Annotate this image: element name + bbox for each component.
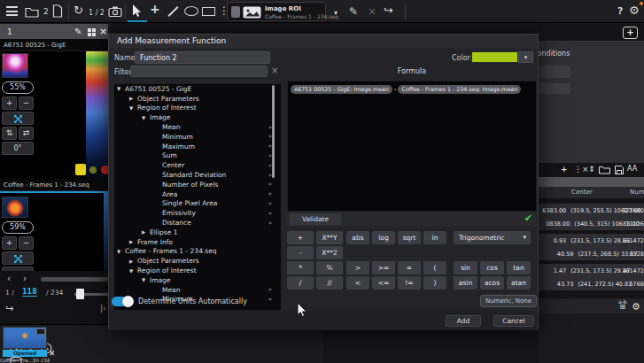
keypad-button[interactable]: acos xyxy=(480,276,504,290)
add-measurement-icon[interactable]: + xyxy=(561,164,568,174)
validate-button[interactable]: Validate xyxy=(290,213,341,225)
camera-stream-title[interactable]: A6751 00525 - GigE xyxy=(0,39,108,51)
tree-item[interactable]: ▶ Ellipse 1 xyxy=(114,228,281,237)
tree-item[interactable]: Mean » xyxy=(114,122,281,132)
rename-view-icon[interactable]: ✎ xyxy=(74,27,81,36)
tree-insert-icon[interactable]: » xyxy=(268,210,281,217)
zoom-out-button[interactable]: − xyxy=(19,236,34,250)
zoom-out-button[interactable]: − xyxy=(19,97,34,110)
result-row[interactable]: 43.73 (241, 272.5) 40.82 5768 xyxy=(539,277,644,290)
flip-vertical-button[interactable]: ⇅ xyxy=(2,127,17,140)
help-icon[interactable]: ? xyxy=(617,6,623,17)
tree-item[interactable]: Center » xyxy=(114,160,281,170)
cursor-tool-icon[interactable] xyxy=(132,4,142,18)
recording-thumbnail[interactable] xyxy=(3,327,47,349)
result-row[interactable]: 0.93 (231.5, 173.5) 28.63 161472 xyxy=(539,234,644,247)
delete-roi-icon[interactable]: × xyxy=(368,6,376,17)
tree-item[interactable]: ▶ Object Parameters xyxy=(114,94,281,104)
tree-item[interactable]: Emissivity » xyxy=(114,208,281,218)
keypad-button[interactable]: tan xyxy=(507,261,531,274)
tree-expand-icon[interactable]: ▼ xyxy=(129,268,137,274)
sequence-zoom-level[interactable]: 59% xyxy=(2,221,34,234)
tree-insert-icon[interactable]: » xyxy=(268,200,281,207)
tree-item[interactable]: ▼ Region of Interest xyxy=(114,266,281,275)
apply-roi-icon[interactable]: ↪ xyxy=(384,5,393,16)
tree-item[interactable]: Sum » xyxy=(114,151,281,161)
keypad-button[interactable]: sqrt xyxy=(398,231,421,244)
tree-expand-icon[interactable]: ▼ xyxy=(142,277,150,282)
zoom-in-button[interactable]: + xyxy=(2,236,17,250)
remove-measurement-icon[interactable]: ⋮× xyxy=(574,164,589,174)
keypad-button[interactable]: // xyxy=(316,276,343,290)
formula-editor[interactable]: A6751 00525 - GigE: Image.mean - Coffee … xyxy=(287,81,537,212)
ellipse-tool-icon[interactable] xyxy=(184,6,198,16)
roi-selector[interactable]: Image ROI Coffee - Frames 1 - 234.seq xyxy=(227,2,326,21)
tree-insert-icon[interactable]: » xyxy=(268,220,281,227)
result-row[interactable]: 40.59 (237.5, 268.5) 33.17 6528 xyxy=(539,247,644,260)
name-input[interactable]: Function 2 xyxy=(135,51,270,64)
condition-row[interactable] xyxy=(539,83,570,94)
open-file-icon[interactable] xyxy=(25,6,39,18)
edit-roi-icon[interactable]: ✎ xyxy=(349,6,358,17)
result-row[interactable]: 6383.00 (319.5, 255.5) 10623.00 327680 xyxy=(539,204,644,217)
formula-chip[interactable]: Coffee - Frames 1 - 234.seq: Image.mean xyxy=(398,85,521,94)
roi-visibility-toggle[interactable] xyxy=(231,6,240,18)
tree-expand-icon[interactable]: ▶ xyxy=(129,96,137,101)
keypad-button[interactable]: / xyxy=(287,276,314,290)
add-view-button[interactable]: + xyxy=(623,27,638,39)
recording-item[interactable]: Opened Coffee - Fra...1 - 234.seq xyxy=(0,327,50,363)
tree-item[interactable]: Distance » xyxy=(114,218,281,228)
color-swatch[interactable] xyxy=(471,51,518,63)
temperature-scale-bar[interactable] xyxy=(86,51,108,179)
filter-input[interactable] xyxy=(130,66,268,77)
horizontal-scrollbar[interactable] xyxy=(41,277,108,282)
keypad-button[interactable]: * xyxy=(287,261,314,274)
tree-item[interactable]: ▼ Image xyxy=(114,112,281,122)
tree-item[interactable]: ▼ A6751 00525 - GigE xyxy=(114,84,281,94)
tree-item[interactable]: Mean » xyxy=(114,285,281,295)
tree-expand-icon[interactable]: ▼ xyxy=(129,105,137,111)
skip-to-start-icon[interactable]: |‹ xyxy=(100,304,106,313)
keypad-button[interactable]: sin xyxy=(454,261,477,274)
close-view-icon[interactable]: × xyxy=(99,26,107,37)
formula-chip[interactable]: A6751 00525 - GigE: Image.mean xyxy=(291,85,392,94)
tree-item[interactable]: Number of Pixels » xyxy=(114,180,281,189)
keypad-button[interactable]: >= xyxy=(372,261,395,274)
tree-expand-icon[interactable]: ▶ xyxy=(142,229,150,235)
keypad-button[interactable]: % xyxy=(316,261,343,274)
sort-rows-icon[interactable]: ⇕ xyxy=(588,164,595,174)
save-icon[interactable] xyxy=(615,166,624,174)
table-settings-gear-icon[interactable]: ⚙ xyxy=(632,301,640,313)
add-function-icon[interactable]: a-b ⊞ xyxy=(618,299,627,310)
tree-expand-icon[interactable]: ▼ xyxy=(142,115,150,120)
move-tool-icon[interactable]: + xyxy=(150,4,160,14)
settings-gear-icon[interactable]: ⚙ xyxy=(629,5,640,16)
tree-insert-icon[interactable]: » xyxy=(268,286,281,293)
tree-expand-icon[interactable]: ▶ xyxy=(129,259,137,264)
rectangle-tool-icon[interactable] xyxy=(202,7,215,16)
clear-filter-icon[interactable]: × xyxy=(271,66,278,75)
column-num-pixels[interactable]: Num Pix xyxy=(630,187,644,198)
tree-item[interactable]: Minimum » xyxy=(114,132,281,142)
keypad-button[interactable]: ) xyxy=(423,276,446,290)
rotation-button[interactable]: 0° xyxy=(2,142,34,155)
camera-thumbnail[interactable] xyxy=(2,53,28,78)
next-frame-icon[interactable]: › xyxy=(23,274,27,283)
keypad-button[interactable]: ( xyxy=(423,261,446,274)
font-size-icon[interactable]: AA xyxy=(627,164,637,174)
tree-item[interactable]: Standard Deviation » xyxy=(114,170,281,180)
sequence-thumbnail[interactable] xyxy=(2,197,28,218)
keypad-button[interactable]: abs xyxy=(346,231,369,244)
tree-item[interactable]: ▶ Frame Info xyxy=(114,237,281,247)
snapshot-camera-icon[interactable] xyxy=(108,6,122,17)
result-row[interactable]: 1.47 (231.5, 173.5) 29.47 161472 xyxy=(539,264,644,277)
tree-item[interactable]: ▼ Coffee - Frames 1 - 234.seq xyxy=(114,247,281,257)
tree-expand-icon[interactable]: ▼ xyxy=(117,86,125,91)
camera-image-view[interactable]: 55% + − ⇅ ⇄ 0° xyxy=(0,51,108,179)
keypad-button[interactable]: cos xyxy=(480,261,504,274)
loop-playback-icon[interactable]: ↪ xyxy=(5,303,13,314)
keypad-button[interactable]: = xyxy=(398,261,421,274)
tree-item[interactable]: ▼ Image xyxy=(114,275,281,285)
view-tab-label[interactable]: 1 xyxy=(7,27,12,36)
tree-insert-icon[interactable]: » xyxy=(268,190,281,197)
